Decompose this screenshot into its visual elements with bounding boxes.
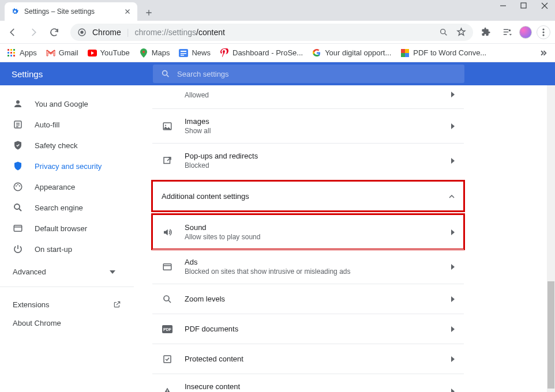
ads-icon bbox=[162, 261, 173, 273]
power-icon bbox=[13, 244, 23, 254]
sidebar-advanced[interactable]: Advanced bbox=[0, 259, 134, 284]
chevron-right-icon bbox=[451, 389, 455, 393]
divider bbox=[0, 287, 134, 287]
content-row-partial[interactable]: Allowed bbox=[152, 85, 464, 108]
close-window-button[interactable] bbox=[541, 2, 552, 9]
bookmarks-overflow[interactable] bbox=[538, 48, 548, 58]
bookmark-star-icon[interactable] bbox=[456, 27, 466, 37]
sidebar-about-chrome[interactable]: About Chrome bbox=[13, 314, 121, 332]
chevron-up-icon bbox=[449, 195, 455, 198]
svg-rect-25 bbox=[401, 53, 405, 57]
row-title: Images bbox=[185, 117, 451, 126]
sidebar-item-you-and-google[interactable]: You and Google bbox=[0, 93, 134, 114]
zoom-icon[interactable] bbox=[439, 28, 448, 37]
chrome-menu-button[interactable] bbox=[537, 25, 550, 39]
close-icon[interactable] bbox=[123, 7, 132, 16]
sidebar-item-search-engine[interactable]: Search engine bbox=[0, 197, 134, 218]
media-control-icon[interactable] bbox=[498, 24, 515, 40]
section-title: Additional content settings bbox=[162, 192, 449, 201]
svg-point-7 bbox=[542, 34, 544, 36]
scrollbar[interactable] bbox=[547, 85, 555, 392]
sidebar-label: Appearance bbox=[35, 183, 75, 191]
content-row-images[interactable]: ImagesShow all bbox=[152, 108, 464, 143]
chevron-right-icon bbox=[451, 158, 455, 164]
sidebar-item-appearance[interactable]: Appearance bbox=[0, 176, 134, 197]
sidebar-item-on-startup[interactable]: On start-up bbox=[0, 239, 134, 259]
browser-toolbar: Chrome | chrome://settings/content bbox=[0, 21, 555, 44]
svg-point-34 bbox=[14, 204, 20, 209]
back-button[interactable] bbox=[5, 24, 21, 40]
settings-search[interactable]: Search settings bbox=[153, 65, 464, 83]
svg-point-2 bbox=[80, 31, 83, 33]
content-row-ads[interactable]: AdsBlocked on sites that show intrusive … bbox=[152, 249, 464, 284]
google-icon bbox=[312, 48, 321, 58]
gear-icon bbox=[10, 7, 20, 16]
bookmark-dashboard[interactable]: Dashboard - ProSe... bbox=[220, 48, 303, 58]
profile-avatar[interactable] bbox=[519, 26, 532, 39]
scrollbar-thumb[interactable] bbox=[548, 281, 554, 389]
reload-button[interactable] bbox=[46, 24, 62, 40]
bookmark-youtube[interactable]: YouTube bbox=[88, 48, 130, 58]
sidebar-item-default-browser[interactable]: Default browser bbox=[0, 218, 134, 239]
content-row-popups[interactable]: Pop-ups and redirectsBlocked bbox=[152, 143, 464, 178]
svg-rect-20 bbox=[181, 51, 186, 52]
content-row-sound[interactable]: SoundAllow sites to play sound bbox=[152, 214, 464, 249]
row-subtitle: Blocked on sites that show intrusive or … bbox=[185, 267, 451, 276]
bookmark-digital[interactable]: Your digital opport... bbox=[312, 48, 391, 58]
svg-rect-35 bbox=[14, 225, 22, 232]
minimize-button[interactable] bbox=[500, 2, 510, 9]
svg-rect-8 bbox=[7, 49, 9, 51]
sidebar-extensions[interactable]: Extensions bbox=[13, 295, 121, 314]
row-title: Insecure content bbox=[185, 382, 451, 391]
site-info-icon[interactable] bbox=[77, 28, 87, 37]
sidebar-label: Extensions bbox=[13, 300, 50, 309]
row-subtitle: Allowed bbox=[185, 91, 451, 99]
section-additional-content[interactable]: Additional content settings bbox=[152, 181, 464, 211]
row-title: Protected content bbox=[185, 355, 451, 363]
sidebar-label: Safety check bbox=[35, 141, 77, 150]
content-row-zoom[interactable]: Zoom levels bbox=[152, 284, 464, 314]
forward-button bbox=[25, 24, 42, 40]
pinterest-icon bbox=[220, 48, 229, 58]
svg-point-27 bbox=[163, 71, 167, 76]
row-title: Pop-ups and redirects bbox=[185, 152, 451, 160]
bookmark-apps[interactable]: Apps bbox=[7, 48, 37, 58]
protected-icon bbox=[162, 353, 173, 365]
maximize-button[interactable] bbox=[520, 2, 531, 9]
svg-point-5 bbox=[542, 28, 544, 30]
content-row-pdf[interactable]: PDF PDF documents bbox=[152, 314, 464, 344]
url-label: Chrome bbox=[92, 28, 121, 37]
sidebar-item-privacy-security[interactable]: Privacy and security bbox=[0, 156, 134, 176]
gmail-icon bbox=[46, 48, 55, 58]
warning-icon bbox=[162, 386, 173, 393]
content-row-protected[interactable]: Protected content bbox=[152, 344, 464, 374]
svg-point-4 bbox=[509, 30, 510, 31]
extensions-icon[interactable] bbox=[478, 24, 494, 40]
settings-panel: Allowed ImagesShow all Pop-ups and redir… bbox=[152, 85, 464, 392]
bookmark-gmail[interactable]: Gmail bbox=[46, 48, 78, 58]
settings-header: Settings Search settings bbox=[0, 62, 555, 85]
svg-rect-9 bbox=[10, 49, 12, 51]
sidebar-item-autofill[interactable]: Auto-fill bbox=[0, 114, 134, 135]
sound-icon bbox=[162, 227, 173, 238]
svg-point-18 bbox=[142, 51, 145, 53]
pdf-doc-icon: PDF bbox=[162, 323, 173, 335]
sidebar-label: You and Google bbox=[35, 100, 88, 108]
settings-content: Allowed ImagesShow all Pop-ups and redir… bbox=[134, 85, 555, 392]
chevron-right-icon bbox=[451, 92, 455, 97]
sidebar-label: On start-up bbox=[35, 245, 72, 254]
sidebar-label: Default browser bbox=[35, 224, 87, 233]
sidebar-item-safety-check[interactable]: Safety check bbox=[0, 135, 134, 156]
image-icon bbox=[162, 120, 173, 132]
sidebar-label: Advanced bbox=[13, 267, 46, 276]
bookmark-news[interactable]: News bbox=[179, 48, 211, 58]
browser-tab[interactable]: Settings – Site settings bbox=[5, 2, 137, 21]
address-bar[interactable]: Chrome | chrome://settings/content bbox=[70, 24, 473, 41]
settings-title: Settings bbox=[0, 69, 153, 79]
bookmark-pdf[interactable]: PDF to Word Conve... bbox=[400, 48, 486, 58]
bookmark-maps[interactable]: Maps bbox=[139, 48, 170, 58]
chevron-right-icon bbox=[451, 123, 455, 129]
svg-point-28 bbox=[16, 100, 20, 104]
new-tab-button[interactable] bbox=[141, 5, 157, 21]
content-row-insecure[interactable]: Insecure contentInsecure content is bloc… bbox=[152, 374, 464, 392]
